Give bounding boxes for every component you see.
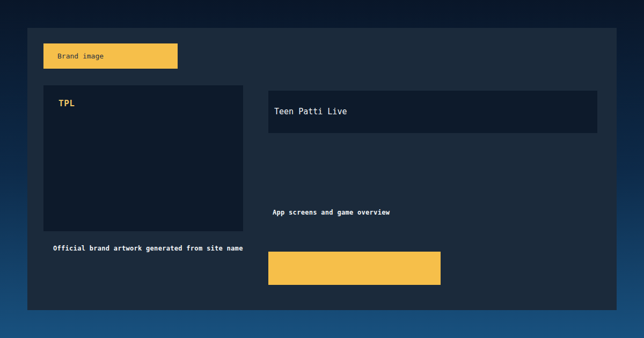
page-title: Teen Patti Live xyxy=(274,108,347,116)
artwork-caption: Official brand artwork generated from si… xyxy=(53,245,243,252)
title-bar: Teen Patti Live xyxy=(268,91,597,133)
brand-image-badge: Brand image xyxy=(43,43,178,69)
brand-image-badge-label: Brand image xyxy=(57,53,104,60)
cta-bar[interactable] xyxy=(268,252,441,285)
card-panel: Brand image TPL Official brand artwork g… xyxy=(27,28,617,310)
brand-monogram: TPL xyxy=(58,98,75,108)
page-background: Brand image TPL Official brand artwork g… xyxy=(0,0,644,338)
brand-artwork-box: TPL xyxy=(43,85,243,231)
overview-subtitle: App screens and game overview xyxy=(273,209,390,216)
